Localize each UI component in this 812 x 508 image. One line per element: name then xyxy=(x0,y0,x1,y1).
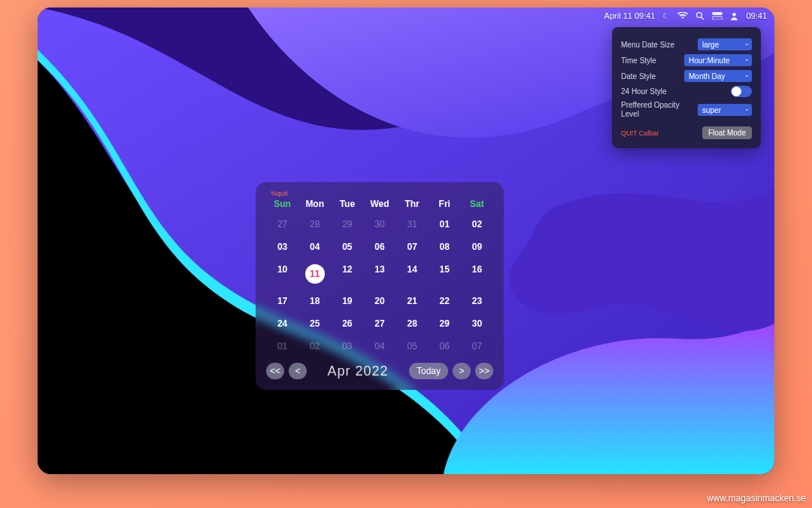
calendar-day[interactable]: 07 xyxy=(396,238,429,256)
calendar-day[interactable]: 03 xyxy=(266,238,298,256)
calendar-day[interactable]: 01 xyxy=(266,337,298,355)
calendar-day[interactable]: 24 xyxy=(266,315,298,333)
calendar-day[interactable]: 27 xyxy=(266,215,298,233)
calendar-day[interactable]: 06 xyxy=(429,337,461,355)
day-header: Fri xyxy=(429,197,461,211)
calendar-day[interactable]: 30 xyxy=(363,215,395,233)
calendar-day[interactable]: 17 xyxy=(266,292,298,310)
row-time-style: Time Style Hour:Minute⌄ xyxy=(621,54,752,66)
day-header: Thr xyxy=(396,197,429,211)
menubar-time[interactable]: 09:41 xyxy=(746,11,767,20)
calendar-day[interactable]: 05 xyxy=(396,337,429,355)
calendar-day[interactable]: 19 xyxy=(331,292,363,310)
row-date-style: Date Style Month Day⌄ xyxy=(621,70,752,82)
calendar-day[interactable]: 28 xyxy=(298,215,331,233)
label-24-hour: 24 Hour Style xyxy=(621,87,680,96)
row-24-hour: 24 Hour Style xyxy=(621,86,752,97)
wifi-icon[interactable] xyxy=(677,12,688,20)
select-time-style[interactable]: Hour:Minute⌄ xyxy=(684,54,752,66)
calendar-day[interactable]: 20 xyxy=(363,292,395,310)
calendar-day[interactable]: 28 xyxy=(396,315,429,333)
calendar-day[interactable]: 04 xyxy=(363,337,395,355)
calendar-day[interactable]: 01 xyxy=(429,215,461,233)
menubar-datetime[interactable]: April 11 09:41 xyxy=(604,11,656,20)
select-date-style[interactable]: Month Day⌄ xyxy=(684,70,752,82)
calendar-widget: %quit SunMonTueWedThrFriSat2728293031010… xyxy=(256,182,504,390)
calendar-day[interactable]: 30 xyxy=(461,315,493,333)
svg-point-5 xyxy=(733,13,737,17)
calendar-day[interactable]: 09 xyxy=(461,238,493,256)
label-menu-date-size: Menu Date Size xyxy=(621,41,680,49)
svg-rect-3 xyxy=(712,12,723,15)
label-date-style: Date Style xyxy=(621,72,680,81)
chevron-down-icon: ⌄ xyxy=(744,105,750,112)
toggle-24-hour[interactable] xyxy=(731,86,752,97)
calendar-day[interactable]: 22 xyxy=(429,292,461,310)
control-center-icon[interactable] xyxy=(712,12,723,20)
day-header: Tue xyxy=(331,197,363,211)
calendar-day[interactable]: 05 xyxy=(331,238,363,256)
svg-line-2 xyxy=(701,17,704,20)
label-time-style: Time Style xyxy=(621,56,680,65)
settings-panel: Menu Date Size large⌄ Time Style Hour:Mi… xyxy=(612,27,761,148)
chevron-down-icon: ⌄ xyxy=(744,56,750,62)
calendar-day[interactable]: 29 xyxy=(429,315,461,333)
calendar-day[interactable]: 23 xyxy=(461,292,493,310)
prev-fast-button[interactable]: << xyxy=(266,363,284,379)
calendar-day[interactable]: 08 xyxy=(429,238,461,256)
svg-rect-4 xyxy=(712,17,723,20)
calendar-day[interactable]: 04 xyxy=(298,238,331,256)
calendar-day[interactable]: 06 xyxy=(363,238,395,256)
float-mode-button[interactable]: Float Mode xyxy=(702,126,752,139)
calendar-day[interactable]: 16 xyxy=(461,260,493,287)
label-opacity: Preffered Opacity Level xyxy=(621,101,680,119)
menubar: April 11 09:41 ☾ 09:41 xyxy=(38,8,774,24)
calendar-day[interactable]: 29 xyxy=(331,215,363,233)
calendar-day[interactable]: 10 xyxy=(266,260,298,287)
prev-button[interactable]: < xyxy=(289,363,307,379)
select-menu-date-size[interactable]: large⌄ xyxy=(698,38,752,50)
quit-link[interactable]: QUIT Calbar xyxy=(621,129,659,137)
watermark: www.magasinmacken.se xyxy=(707,493,806,503)
calendar-day[interactable]: 26 xyxy=(331,315,363,333)
chevron-down-icon: ⌄ xyxy=(744,40,750,47)
svg-point-1 xyxy=(697,13,702,18)
calendar-tag: %quit xyxy=(271,190,493,197)
row-menu-date-size: Menu Date Size large⌄ xyxy=(621,38,752,50)
month-label: Apr 2022 xyxy=(327,364,388,379)
calendar-day[interactable]: 31 xyxy=(396,215,429,233)
calendar-nav: << < Apr 2022 Today > >> xyxy=(266,363,493,379)
calendar-day[interactable]: 03 xyxy=(331,337,363,355)
today-button[interactable]: Today xyxy=(409,363,448,379)
calendar-day[interactable]: 15 xyxy=(429,260,461,287)
calendar-day[interactable]: 21 xyxy=(396,292,429,310)
day-header: Sun xyxy=(266,197,298,211)
select-opacity[interactable]: super⌄ xyxy=(698,104,752,116)
calendar-day[interactable]: 02 xyxy=(461,215,493,233)
row-opacity: Preffered Opacity Level super⌄ xyxy=(621,101,752,119)
calendar-day-today[interactable]: 11 xyxy=(298,260,331,287)
next-button[interactable]: > xyxy=(453,363,471,379)
user-icon[interactable] xyxy=(730,12,738,20)
calendar-day[interactable]: 07 xyxy=(461,337,493,355)
calendar-day[interactable]: 12 xyxy=(331,260,363,287)
search-icon[interactable] xyxy=(695,11,704,20)
calendar-day[interactable]: 25 xyxy=(298,315,331,333)
chevron-down-icon: ⌄ xyxy=(744,71,750,78)
next-fast-button[interactable]: >> xyxy=(475,363,493,379)
moon-icon[interactable]: ☾ xyxy=(662,11,670,21)
desktop-window: April 11 09:41 ☾ 09:41 Menu Date Size la… xyxy=(38,8,774,474)
calendar-day[interactable]: 14 xyxy=(396,260,429,287)
day-header: Sat xyxy=(461,197,493,211)
calendar-day[interactable]: 18 xyxy=(298,292,331,310)
calendar-grid: SunMonTueWedThrFriSat2728293031010203040… xyxy=(266,197,493,355)
calendar-day[interactable]: 02 xyxy=(298,337,331,355)
day-header: Wed xyxy=(363,197,395,211)
calendar-day[interactable]: 13 xyxy=(363,260,395,287)
day-header: Mon xyxy=(298,197,331,211)
calendar-day[interactable]: 27 xyxy=(363,315,395,333)
